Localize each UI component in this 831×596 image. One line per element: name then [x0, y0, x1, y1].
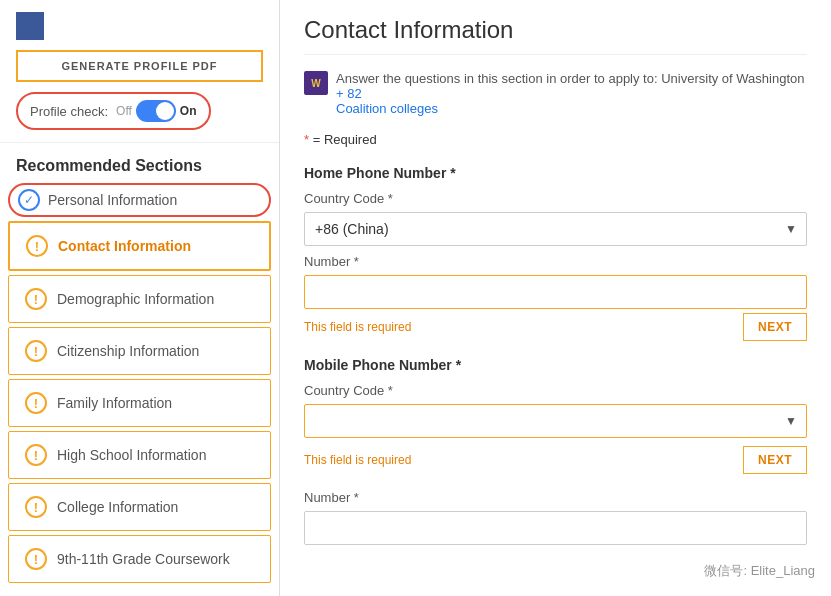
required-text: = Required	[313, 132, 377, 147]
mobile-phone-section-title: Mobile Phone Number *	[304, 357, 807, 373]
info-icon-highschool: !	[25, 444, 47, 466]
required-star: *	[304, 132, 309, 147]
sidebar-top: GENERATE PROFILE PDF Profile check: Off …	[0, 0, 279, 143]
contact-information-label: Contact Information	[58, 238, 191, 254]
info-icon-demographic: !	[25, 288, 47, 310]
info-banner: W Answer the questions in this section i…	[304, 71, 807, 116]
sidebar-item-coursework[interactable]: ! 9th-11th Grade Coursework	[8, 535, 271, 583]
sidebar: GENERATE PROFILE PDF Profile check: Off …	[0, 0, 280, 596]
check-circle-icon	[18, 189, 40, 211]
country-code-select[interactable]: +86 (China) +1 (United States) +44 (Unit…	[304, 212, 807, 246]
toggle-off-label: Off	[116, 104, 132, 118]
recommended-sections-title: Recommended Sections	[0, 143, 279, 183]
mobile-error-next-row: This field is required NEXT	[304, 446, 807, 474]
home-number-input[interactable]	[304, 275, 807, 309]
coalition-link[interactable]: + 82 Coalition colleges	[336, 86, 438, 116]
info-icon-coursework: !	[25, 548, 47, 570]
main-content: Contact Information W Answer the questio…	[280, 0, 831, 596]
mobile-number-label: Number *	[304, 490, 807, 505]
coursework-label: 9th-11th Grade Coursework	[57, 551, 230, 567]
profile-check-row: Profile check: Off On	[16, 92, 211, 130]
mobile-next-button[interactable]: NEXT	[743, 446, 807, 474]
sidebar-item-family[interactable]: ! Family Information	[8, 379, 271, 427]
number-label: Number *	[304, 254, 807, 269]
toggle-wrapper: Off On	[116, 100, 196, 122]
demographic-information-label: Demographic Information	[57, 291, 214, 307]
college-information-label: College Information	[57, 499, 178, 515]
info-banner-text: Answer the questions in this section in …	[336, 71, 807, 116]
profile-check-toggle[interactable]	[136, 100, 176, 122]
highschool-information-label: High School Information	[57, 447, 206, 463]
uw-logo: W	[304, 71, 328, 95]
toggle-on-label: On	[180, 104, 197, 118]
info-icon-contact: !	[26, 235, 48, 257]
home-error-text: This field is required	[304, 320, 411, 334]
personal-information-label: Personal Information	[48, 192, 177, 208]
info-icon-family: !	[25, 392, 47, 414]
sidebar-item-college[interactable]: ! College Information	[8, 483, 271, 531]
profile-check-label: Profile check:	[30, 104, 108, 119]
sidebar-item-highschool[interactable]: ! High School Information	[8, 431, 271, 479]
generate-profile-btn[interactable]: GENERATE PROFILE PDF	[16, 50, 263, 82]
citizenship-information-label: Citizenship Information	[57, 343, 199, 359]
mobile-country-code-label: Country Code *	[304, 383, 807, 398]
required-note: * = Required	[304, 132, 807, 147]
home-next-button[interactable]: NEXT	[743, 313, 807, 341]
sidebar-item-personal[interactable]: Personal Information	[8, 183, 271, 217]
sidebar-item-contact[interactable]: ! Contact Information	[8, 221, 271, 271]
sidebar-item-demographic[interactable]: ! Demographic Information	[8, 275, 271, 323]
page-title: Contact Information	[304, 16, 807, 55]
info-icon-college: !	[25, 496, 47, 518]
family-information-label: Family Information	[57, 395, 172, 411]
sidebar-item-citizenship[interactable]: ! Citizenship Information	[8, 327, 271, 375]
mobile-error-text: This field is required	[304, 453, 411, 467]
mobile-country-code-wrapper: +86 (China) +1 (United States) ▼	[304, 404, 807, 438]
toggle-thumb	[156, 102, 174, 120]
country-code-label: Country Code *	[304, 191, 807, 206]
info-icon-citizenship: !	[25, 340, 47, 362]
blue-square-logo	[16, 12, 44, 40]
home-error-next-row: This field is required NEXT	[304, 313, 807, 341]
mobile-number-input[interactable]	[304, 511, 807, 545]
mobile-country-code-select[interactable]: +86 (China) +1 (United States)	[304, 404, 807, 438]
country-code-select-wrapper: +86 (China) +1 (United States) +44 (Unit…	[304, 212, 807, 246]
home-phone-section-title: Home Phone Number *	[304, 165, 807, 181]
banner-text-static: Answer the questions in this section in …	[336, 71, 804, 86]
